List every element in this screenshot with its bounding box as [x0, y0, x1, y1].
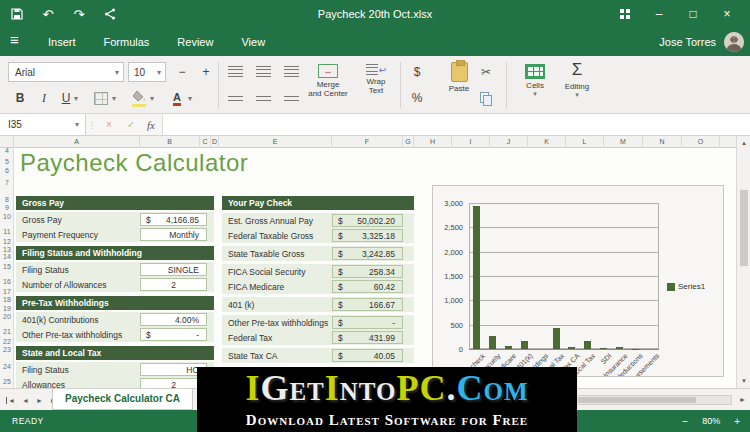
fill-color-button[interactable]	[132, 90, 146, 104]
column-header-H[interactable]: H	[414, 136, 452, 148]
maximize-button[interactable]: □	[676, 0, 710, 28]
first-sheet-icon[interactable]: ◄	[6, 397, 15, 404]
cell-label[interactable]: 401(k) Contributions	[22, 312, 99, 327]
copy-icon[interactable]	[480, 92, 492, 106]
column-header-M[interactable]: M	[604, 136, 643, 148]
row-header-18[interactable]: 18	[0, 296, 14, 303]
row-header-22[interactable]: 22	[0, 338, 14, 345]
cell-value[interactable]: $3,325.18	[332, 229, 403, 242]
enter-check-icon[interactable]: ✓	[122, 114, 140, 135]
merge-center-button[interactable]: ↔ Mergeand Center	[305, 58, 351, 112]
cell-value[interactable]: 2	[140, 278, 207, 291]
row-header-24[interactable]: 24	[0, 363, 14, 370]
cells-button[interactable]: Cells ▾	[512, 58, 558, 112]
cell-label[interactable]: Filing Status	[22, 262, 69, 277]
row-header-11[interactable]: 11	[0, 228, 14, 235]
cell-label[interactable]: Est. Gross Annual Pay	[228, 213, 313, 228]
cell-label[interactable]: Other Pre-tax withholdings	[22, 327, 122, 342]
column-header-O[interactable]: O	[682, 136, 720, 148]
chevron-down-icon[interactable]: ▾	[112, 94, 116, 103]
percent-format-button[interactable]: %	[408, 88, 426, 108]
column-header-J[interactable]: J	[490, 136, 528, 148]
zoom-level[interactable]: 80%	[702, 416, 720, 426]
align-top-icon[interactable]	[228, 96, 243, 103]
row-header-7[interactable]: 7	[0, 179, 14, 186]
align-left-icon[interactable]	[228, 66, 243, 77]
row-header-12[interactable]: 12	[0, 238, 14, 245]
zoom-in-button[interactable]: +	[734, 416, 740, 427]
cell-label[interactable]: Federal Tax	[228, 330, 272, 345]
cell-label[interactable]: FICA Medicare	[228, 279, 284, 294]
cell-label[interactable]: Other Pre-tax withholdings	[228, 315, 328, 330]
row-header-20[interactable]: 20	[0, 313, 14, 320]
zoom-out-button[interactable]: −	[682, 416, 688, 427]
align-center-icon[interactable]	[256, 66, 271, 77]
cancel-icon[interactable]: ×	[100, 114, 118, 135]
minimize-button[interactable]: –	[642, 0, 676, 28]
cell-value[interactable]: $431.99	[332, 331, 403, 344]
italic-button[interactable]: I	[36, 88, 52, 108]
cell-label[interactable]: 401 (k)	[228, 297, 254, 312]
insert-function-icon[interactable]: fx	[142, 114, 160, 135]
wrap-text-button[interactable]: ↩ WrapText	[353, 58, 399, 112]
prev-sheet-icon[interactable]: ◄	[22, 397, 29, 404]
currency-format-button[interactable]: $	[408, 62, 426, 82]
sheet-tab-active[interactable]: Paycheck Calculator CA	[52, 389, 193, 410]
horizontal-scroll-thumb[interactable]	[578, 397, 696, 403]
cell-value[interactable]: $-	[140, 328, 207, 341]
paste-button[interactable]: Paste	[436, 58, 482, 112]
chevron-down-icon[interactable]: ▾	[188, 94, 192, 103]
ribbon-tab-view[interactable]: View	[241, 36, 265, 48]
cell-label[interactable]: Federal Taxable Gross	[228, 228, 313, 243]
column-header-L[interactable]: L	[566, 136, 604, 148]
cell-label[interactable]: Number of Allowances	[22, 277, 107, 292]
row-header-9[interactable]: 9	[0, 204, 14, 211]
close-button[interactable]: ×	[710, 0, 744, 28]
font-size-select[interactable]: 10 ▾	[128, 62, 166, 82]
align-right-icon[interactable]	[284, 66, 299, 77]
vertical-scroll-thumb[interactable]	[740, 190, 748, 266]
chevron-down-icon[interactable]: ▾	[74, 94, 78, 103]
column-header-I[interactable]: I	[452, 136, 490, 148]
row-header-10[interactable]: 10	[0, 213, 14, 220]
paycheck-chart[interactable]: 05001,0001,5002,0002,5003,000PaycheckFIC…	[432, 185, 724, 377]
align-bottom-icon[interactable]	[284, 96, 299, 103]
next-sheet-icon[interactable]: ►	[36, 397, 43, 404]
borders-button[interactable]	[94, 92, 108, 105]
row-header-6[interactable]: 6	[0, 167, 14, 174]
row-header-5[interactable]: 5	[0, 158, 14, 165]
row-header-14[interactable]: 14	[0, 253, 14, 260]
chevron-down-icon[interactable]: ▾	[150, 94, 154, 103]
horizontal-scrollbar[interactable]	[576, 395, 732, 405]
cell-label[interactable]: State Tax CA	[228, 348, 277, 363]
row-header-21[interactable]: 21	[0, 328, 14, 335]
scroll-up-icon[interactable]: ▲	[737, 140, 750, 146]
cell-value[interactable]: $166.67	[332, 298, 403, 311]
column-header-K[interactable]: K	[528, 136, 566, 148]
editing-button[interactable]: Σ Editing ▾	[554, 58, 600, 112]
cell-value[interactable]: SINGLE	[140, 263, 207, 276]
row-header-23[interactable]: 23	[0, 346, 14, 353]
cell-value[interactable]: $50,002.20	[332, 214, 403, 227]
cell-label[interactable]: Gross Pay	[22, 212, 62, 227]
formula-input[interactable]	[162, 114, 750, 135]
ribbon-tab-insert[interactable]: Insert	[48, 36, 76, 48]
font-color-button[interactable]: A	[170, 89, 184, 104]
ribbon-tab-formulas[interactable]: Formulas	[104, 36, 150, 48]
font-name-select[interactable]: Arial ▾	[8, 62, 124, 82]
cell-value[interactable]: $40.05	[332, 349, 403, 362]
cell-label[interactable]: Payment Frequency	[22, 227, 98, 242]
cell-value[interactable]: $-	[332, 316, 403, 329]
column-header-N[interactable]: N	[643, 136, 682, 148]
decrease-font-button[interactable]: −	[172, 62, 192, 82]
ribbon-display-icon[interactable]	[608, 0, 642, 28]
row-header-19[interactable]: 19	[0, 305, 14, 312]
cell-value[interactable]: Monthly	[140, 228, 207, 241]
align-middle-icon[interactable]	[256, 96, 271, 103]
scroll-right-icon[interactable]: ►	[739, 396, 746, 403]
name-box[interactable]: I35 ▾	[0, 114, 86, 135]
row-header-16[interactable]: 16	[0, 278, 14, 285]
avatar[interactable]	[724, 32, 744, 52]
increase-font-button[interactable]: +	[196, 62, 216, 82]
row-header-4[interactable]: 4	[0, 147, 14, 154]
